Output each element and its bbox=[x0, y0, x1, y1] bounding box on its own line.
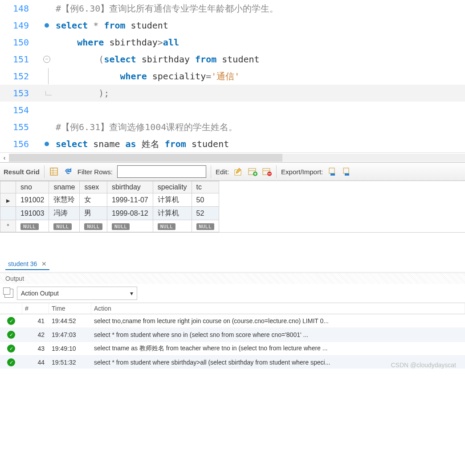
export-icon[interactable] bbox=[327, 167, 337, 176]
line-number: 153 bbox=[0, 85, 38, 102]
column-header[interactable]: sno bbox=[16, 181, 49, 193]
column-header[interactable]: tc bbox=[192, 181, 219, 193]
output-rows[interactable]: 4119:44:52select tno,cname from lecture … bbox=[0, 314, 465, 369]
gutter[interactable]: − bbox=[38, 56, 56, 63]
fold-toggle-icon[interactable]: − bbox=[43, 56, 50, 63]
code-text[interactable]: where speciality='通信' bbox=[56, 68, 465, 85]
result-grid[interactable]: snosnamessexsbirthdayspecialitytc191002张… bbox=[0, 181, 465, 233]
sql-editor[interactable]: 148#【例6.30】查询比所有通信专业学生年龄都小的学生。149select … bbox=[0, 0, 465, 152]
cell-null[interactable]: NULL bbox=[107, 220, 153, 232]
output-panel-title: Output bbox=[0, 273, 465, 284]
table-row[interactable]: NULLNULLNULLNULLNULLNULL bbox=[0, 220, 219, 232]
row-marker[interactable] bbox=[0, 220, 16, 232]
output-row[interactable]: 4219:47:03select * from student where sn… bbox=[0, 328, 465, 342]
code-line[interactable]: 156select sname as 姓名 from student bbox=[0, 135, 465, 152]
col-num: # bbox=[22, 303, 49, 314]
cell[interactable]: 女 bbox=[80, 193, 107, 207]
gutter[interactable] bbox=[38, 68, 56, 84]
cell[interactable]: 张慧玲 bbox=[49, 193, 80, 207]
close-icon[interactable]: ✕ bbox=[41, 260, 47, 267]
table-row[interactable]: 191002张慧玲女1999-11-07计算机50 bbox=[0, 193, 219, 207]
scroll-left-button[interactable]: ‹ bbox=[0, 153, 9, 162]
code-text[interactable]: #【例6.31】查询选修1004课程的学生姓名。 bbox=[56, 119, 465, 135]
cell[interactable]: 191003 bbox=[16, 207, 49, 220]
gutter[interactable] bbox=[38, 142, 56, 146]
svg-rect-0 bbox=[50, 168, 57, 175]
separator bbox=[44, 165, 45, 178]
cell[interactable]: 冯涛 bbox=[49, 207, 80, 220]
column-header[interactable]: sbirthday bbox=[107, 181, 153, 193]
delete-row-icon[interactable] bbox=[262, 167, 272, 176]
breakpoint-marker[interactable] bbox=[45, 23, 49, 28]
code-text[interactable]: where sbirthday>all bbox=[56, 34, 465, 51]
output-seq: 44 bbox=[22, 359, 49, 366]
result-tab-bar: student 36 ✕ bbox=[0, 255, 465, 273]
output-columns-header: # Time Action bbox=[0, 303, 465, 314]
copy-icon[interactable] bbox=[4, 289, 13, 298]
code-line[interactable]: 155#【例6.31】查询选修1004课程的学生姓名。 bbox=[0, 119, 465, 135]
code-text[interactable]: select sname as 姓名 from student bbox=[56, 135, 465, 152]
cell[interactable]: 计算机 bbox=[153, 207, 192, 220]
filter-rows-input[interactable] bbox=[117, 165, 206, 178]
cell[interactable]: 计算机 bbox=[153, 193, 192, 207]
column-header[interactable]: ssex bbox=[80, 181, 107, 193]
separator bbox=[276, 165, 277, 178]
code-line[interactable]: 150 where sbirthday>all bbox=[0, 34, 465, 51]
status-ok-icon bbox=[7, 345, 15, 353]
cell[interactable]: 191002 bbox=[16, 193, 49, 207]
output-action: select * from student where sno in (sele… bbox=[91, 331, 465, 338]
column-header[interactable]: speciality bbox=[153, 181, 192, 193]
export-import-label: Export/Import: bbox=[281, 168, 323, 176]
cell[interactable]: 1999-11-07 bbox=[107, 193, 153, 207]
output-row[interactable]: 4119:44:52select tno,cname from lecture … bbox=[0, 314, 465, 328]
code-text[interactable]: #【例6.30】查询比所有通信专业学生年龄都小的学生。 bbox=[56, 0, 465, 17]
svg-rect-13 bbox=[343, 168, 349, 173]
code-line[interactable]: 152 where speciality='通信' bbox=[0, 68, 465, 85]
editor-horizontal-scrollbar[interactable]: ‹ bbox=[0, 152, 465, 162]
cell[interactable]: 男 bbox=[80, 207, 107, 220]
cell-null[interactable]: NULL bbox=[153, 220, 192, 232]
gutter[interactable] bbox=[38, 91, 56, 95]
scroll-track[interactable] bbox=[9, 154, 465, 162]
breakpoint-marker[interactable] bbox=[45, 142, 49, 146]
refresh-icon[interactable] bbox=[63, 167, 73, 176]
line-number: 154 bbox=[0, 102, 38, 119]
cell-null[interactable]: NULL bbox=[49, 220, 80, 232]
status-ok-icon bbox=[7, 358, 15, 366]
line-number: 151 bbox=[0, 51, 38, 68]
cell-null[interactable]: NULL bbox=[80, 220, 107, 232]
insert-row-icon[interactable] bbox=[248, 167, 257, 176]
gutter[interactable] bbox=[38, 23, 56, 28]
row-marker[interactable] bbox=[0, 193, 16, 207]
code-line[interactable]: 151− (select sbirthday from student bbox=[0, 51, 465, 68]
table-row[interactable]: 191003冯涛男1999-08-12计算机52 bbox=[0, 207, 219, 220]
fold-end bbox=[45, 91, 52, 95]
grid-view-icon[interactable] bbox=[49, 167, 59, 176]
code-line[interactable]: 153 ); bbox=[0, 85, 465, 102]
import-icon[interactable] bbox=[342, 167, 351, 176]
cell-null[interactable]: NULL bbox=[16, 220, 49, 232]
cell-null[interactable]: NULL bbox=[192, 220, 219, 232]
line-number: 148 bbox=[0, 0, 38, 17]
output-row[interactable]: 4319:49:10select tname as 教师姓名 from teac… bbox=[0, 342, 465, 356]
code-text[interactable]: (select sbirthday from student bbox=[56, 51, 465, 68]
row-marker[interactable] bbox=[0, 207, 16, 220]
line-number: 155 bbox=[0, 119, 38, 135]
output-row[interactable]: 4419:51:32select * from student where sb… bbox=[0, 356, 465, 369]
edit-icon[interactable] bbox=[233, 167, 243, 176]
code-text[interactable]: ); bbox=[56, 85, 465, 102]
tab-student-36[interactable]: student 36 ✕ bbox=[5, 259, 49, 270]
output-time: 19:49:10 bbox=[49, 345, 91, 352]
code-line[interactable]: 149select * from student bbox=[0, 17, 465, 34]
output-time: 19:47:03 bbox=[49, 331, 91, 338]
code-line[interactable]: 154 bbox=[0, 102, 465, 119]
scroll-thumb[interactable] bbox=[9, 154, 282, 162]
separator bbox=[211, 165, 211, 178]
cell[interactable]: 1999-08-12 bbox=[107, 207, 153, 220]
code-text[interactable]: select * from student bbox=[56, 17, 465, 34]
code-line[interactable]: 148#【例6.30】查询比所有通信专业学生年龄都小的学生。 bbox=[0, 0, 465, 17]
cell[interactable]: 50 bbox=[192, 193, 219, 207]
output-type-dropdown[interactable]: Action Output ▾ bbox=[17, 287, 137, 300]
cell[interactable]: 52 bbox=[192, 207, 219, 220]
column-header[interactable]: sname bbox=[49, 181, 80, 193]
